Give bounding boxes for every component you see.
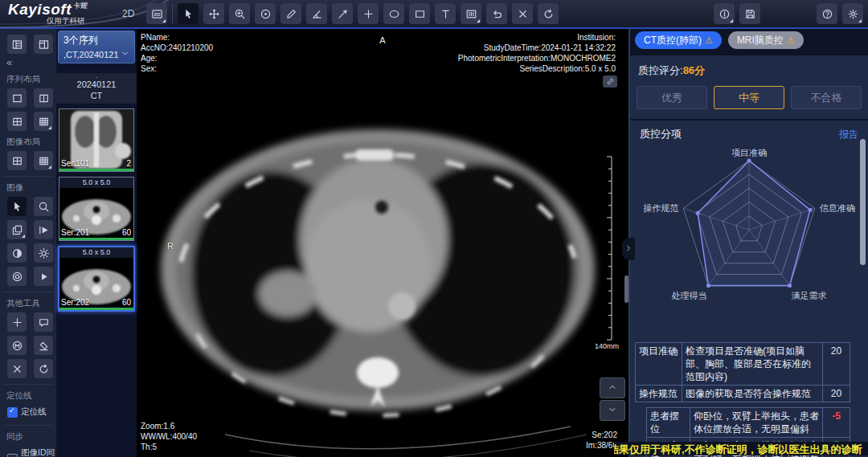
sidebar-section-label: 定位线 (6, 390, 56, 402)
panel-export-icon[interactable] (34, 35, 53, 54)
invert-tool-icon[interactable] (7, 243, 27, 263)
cine-step-tool-icon[interactable] (34, 220, 53, 239)
warning-icon: ⚠ (787, 35, 795, 46)
eraser-tool-icon[interactable] (34, 336, 53, 355)
marker-tool-icon[interactable] (358, 3, 379, 24)
image-layout-3x3-icon[interactable] (34, 151, 53, 170)
series-layout-2x2-icon[interactable] (7, 112, 27, 131)
save-icon[interactable] (739, 3, 760, 24)
series-layout-1x1-icon[interactable] (7, 88, 27, 108)
ruler-length-label: 140mm (595, 342, 619, 350)
play-tool-icon[interactable] (34, 267, 53, 286)
study-modality: CT (56, 90, 137, 101)
comment-tool-icon[interactable] (34, 312, 53, 332)
undo-tool-icon[interactable] (486, 3, 507, 24)
app-logo: Kayisoft卡耀 仅用于科研 (8, 1, 88, 27)
study-item[interactable]: . 20240121 CT (56, 73, 137, 104)
text-annotation-tool-icon[interactable] (435, 3, 456, 24)
series-dropdown[interactable]: 3个序列 ,CT,20240121 (58, 31, 135, 63)
qc-tab-bar: CT质控(肺部)⚠MRI脑质控⚠ (630, 29, 868, 55)
sidebar-section-label: 序列布局 (6, 74, 56, 85)
sync-checkbox-0[interactable]: 图像ID同步 (0, 446, 56, 457)
cursor-tool-icon[interactable] (178, 3, 199, 24)
series-layout-1x2-icon[interactable] (34, 88, 53, 108)
qc-score-table: 项目准确检查项目是否准确(项目如脑部、胸部、腹部是否在标准的范围内容)20操作规… (635, 342, 850, 457)
report-link[interactable]: 报告 (839, 128, 858, 141)
marker-plus-tool-icon[interactable] (7, 312, 27, 332)
window-level-tool-icon[interactable] (255, 3, 276, 24)
study-dot: . (56, 73, 137, 79)
thumbnail-image-count: 60 (122, 228, 131, 237)
2d-mode-icon[interactable]: 2D (146, 3, 167, 24)
thumbnail-caption: 5.0 x 5.0 (59, 247, 133, 258)
qc-score-value: 86分 (683, 64, 705, 76)
chevron-right-icon (624, 244, 633, 254)
measure-tool-icon[interactable] (280, 3, 301, 24)
panel-scrollbar[interactable] (860, 139, 866, 265)
reset-all-tool-icon[interactable] (34, 359, 53, 378)
series-count-label: 3个序列 (63, 34, 129, 47)
delete-annotation-tool-icon[interactable] (512, 3, 533, 24)
rect-roi-tool-icon[interactable] (409, 3, 430, 24)
angle-tool-icon[interactable] (306, 3, 327, 24)
grade-button-1[interactable]: 中等 (714, 86, 784, 109)
overlay-zoom-info: Zoom:1.6 WW/WL:400/40 Th:5 (141, 421, 197, 452)
pan-tool-icon[interactable] (203, 3, 224, 24)
study-date: 20240121 (56, 79, 137, 90)
series-thumbnail-ser-201[interactable]: 5.0 x 5.0Ser:20160 (59, 177, 134, 241)
series-thumbnail-ser-202[interactable]: 5.0 x 5.0Ser:20260 (58, 246, 135, 312)
series-layout-3x3-icon[interactable] (34, 112, 53, 131)
svg-text:2D: 2D (154, 11, 160, 17)
ellipse-roi-tool-icon[interactable] (383, 3, 404, 24)
series-thumbnail-ser-101[interactable]: Ser:1012 (59, 108, 134, 172)
cursor-tool-icon[interactable] (7, 197, 27, 216)
chevron-down-icon (121, 49, 129, 59)
zoom-in-tool-icon[interactable] (229, 3, 250, 24)
link-series-button[interactable] (603, 75, 617, 88)
scroll-up-button[interactable] (600, 377, 625, 398)
grade-button-2[interactable]: 不合格 (791, 86, 862, 109)
svg-text:项目准确: 项目准确 (731, 148, 767, 157)
thumbnail-series-label: Ser:101 (61, 159, 89, 168)
image-viewer[interactable]: PName: AccNO:2401210200 Age: Sex: A Inst… (137, 29, 628, 457)
ct-axial-image (137, 29, 628, 457)
collapse-sidebar-button[interactable]: « (0, 54, 56, 68)
qc-tab-1[interactable]: MRI脑质控⚠ (728, 31, 804, 49)
reset-view-tool-icon[interactable] (538, 3, 559, 24)
info-icon[interactable] (714, 3, 735, 24)
thumbnail-image-count: 2 (126, 159, 131, 168)
top-toolbar: Kayisoft卡耀 仅用于科研 2D 2D (0, 0, 868, 29)
thumbnail-loaded-bar (59, 169, 133, 171)
toolbar-far-group (817, 3, 863, 24)
brightness-tool-icon[interactable] (34, 243, 53, 263)
disclaimer-text: 结果仅用于科研,不作诊断证明，诊断以医生出具的诊断 (614, 443, 862, 455)
target-tool-icon[interactable] (7, 267, 27, 286)
scroll-down-button[interactable] (600, 400, 625, 421)
qc-table-row: 项目准确检查项目是否准确(项目如脑部、胸部、腹部是否在标准的范围内容)20 (636, 343, 850, 386)
help-icon[interactable] (817, 3, 837, 24)
qc-tab-label: CT质控(肺部) (644, 34, 702, 47)
thumbnail-series-label: Ser:202 (61, 298, 89, 307)
overlay-study-info: Institusion: StudyDateTime:2024-01-21 14… (458, 32, 616, 74)
cobb-angle-tool-icon[interactable] (332, 3, 353, 24)
logo-cn-text: 卡耀 (73, 2, 88, 10)
qc-tab-0[interactable]: CT质控(肺部)⚠ (635, 31, 722, 49)
settings-icon[interactable] (842, 3, 863, 24)
flip-rotate-tool-icon[interactable] (7, 220, 27, 239)
svg-text:信息准确: 信息准确 (820, 203, 855, 213)
delete-tool-icon[interactable] (7, 359, 27, 378)
image-layout-2x2-icon[interactable] (7, 151, 27, 170)
panel-expand-handle[interactable] (622, 238, 635, 260)
grade-button-0[interactable]: 优秀 (637, 86, 707, 109)
thumbnail-loaded-bar (59, 308, 133, 310)
series-layout-tool-icon[interactable] (461, 3, 481, 24)
qc-tab-label: MRI脑质控 (737, 34, 784, 47)
svg-text:处理得当: 处理得当 (671, 291, 706, 300)
series-dropdown-value: ,CT,20240121 (63, 50, 119, 59)
mark-tool-icon[interactable] (7, 336, 27, 355)
magnifier-tool-icon[interactable] (34, 197, 53, 216)
locator-checkbox-0[interactable]: 定位线 (0, 405, 56, 419)
overlay-patient-info: PName: AccNO:2401210200 Age: Sex: (141, 32, 213, 74)
svg-text:操作规范: 操作规范 (643, 203, 678, 213)
panel-layout-icon[interactable] (7, 35, 27, 54)
